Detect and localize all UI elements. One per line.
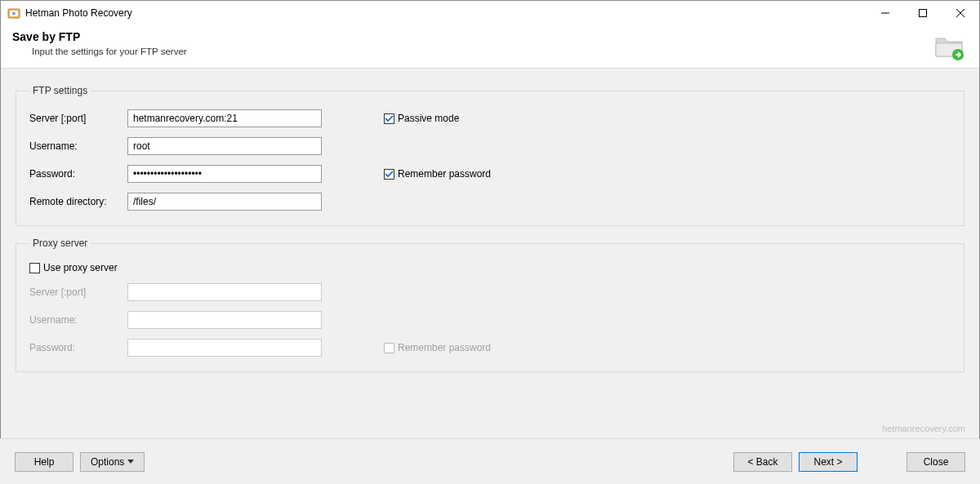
page-subtitle: Input the settings for your FTP server (12, 47, 968, 56)
content-area: FTP settings Server [:port] Passive mode… (1, 69, 979, 438)
folder-ftp-icon (933, 30, 966, 63)
maximize-button[interactable] (904, 1, 942, 25)
proxy-remember-password-label: Remember password (398, 342, 491, 353)
window-title: Hetman Photo Recovery (25, 7, 132, 19)
proxy-password-input (127, 339, 322, 357)
titlebar: Hetman Photo Recovery (1, 1, 979, 25)
proxy-password-label: Password: (29, 342, 127, 353)
header: Save by FTP Input the settings for your … (1, 25, 979, 69)
ftp-username-label: Username: (29, 140, 127, 152)
watermark: hetmanrecovery.com (882, 424, 965, 433)
ftp-password-label: Password: (29, 168, 127, 180)
proxy-server-input (127, 283, 322, 301)
proxy-username-label: Username: (29, 314, 127, 326)
back-button[interactable]: < Back (733, 452, 792, 472)
options-button[interactable]: Options (80, 452, 145, 472)
footer: Help Options < Back Next > Close (0, 438, 980, 484)
use-proxy-checkbox[interactable] (29, 263, 40, 273)
page-title: Save by FTP (12, 30, 968, 43)
window-controls (866, 1, 979, 25)
ftp-settings-group: FTP settings Server [:port] Passive mode… (16, 85, 964, 226)
minimize-button[interactable] (866, 1, 904, 25)
proxy-username-input (127, 311, 322, 329)
next-button[interactable]: Next > (799, 452, 858, 472)
ftp-remote-dir-input[interactable] (127, 193, 322, 211)
passive-mode-checkbox[interactable] (384, 113, 394, 124)
help-button[interactable]: Help (15, 452, 74, 472)
proxy-legend: Proxy server (29, 238, 91, 249)
use-proxy-label: Use proxy server (43, 262, 118, 273)
remember-password-label: Remember password (398, 168, 491, 180)
svg-rect-4 (920, 10, 927, 17)
proxy-settings-group: Proxy server Use proxy server Server [:p… (16, 238, 964, 372)
ftp-server-input[interactable] (127, 109, 322, 127)
ftp-server-label: Server [:port] (29, 113, 127, 124)
proxy-remember-password-checkbox (384, 343, 394, 353)
chevron-down-icon (127, 460, 134, 464)
ftp-password-input[interactable] (127, 165, 322, 183)
proxy-server-label: Server [:port] (29, 286, 127, 298)
close-footer-button[interactable]: Close (906, 452, 965, 472)
ftp-remote-dir-label: Remote directory: (29, 196, 127, 207)
remember-password-checkbox[interactable] (384, 169, 394, 180)
svg-point-2 (12, 12, 16, 16)
ftp-username-input[interactable] (127, 137, 322, 155)
passive-mode-label: Passive mode (398, 113, 459, 124)
ftp-legend: FTP settings (29, 85, 91, 96)
app-icon (7, 7, 20, 20)
close-button[interactable] (942, 1, 979, 25)
